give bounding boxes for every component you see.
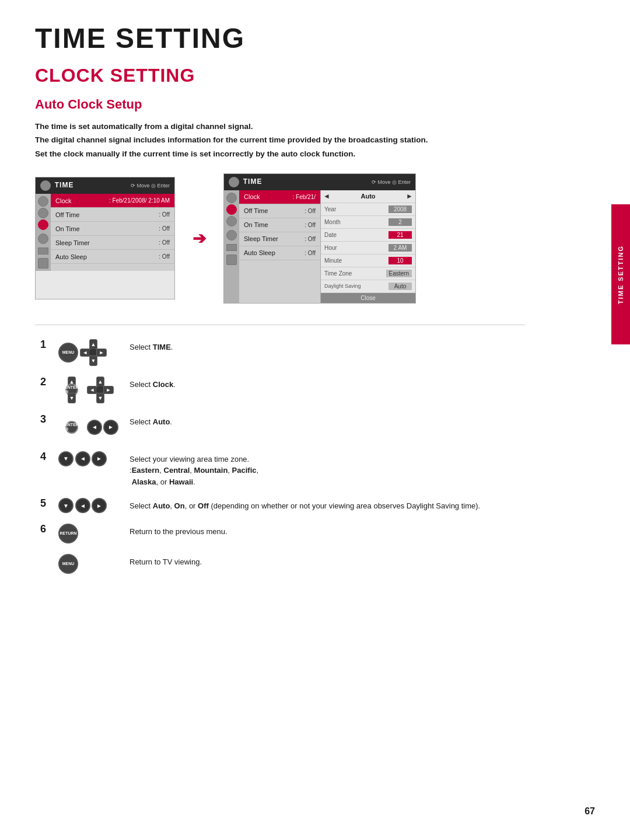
nav-left-btn-3[interactable]: ◄ [87, 420, 102, 435]
nav-cross-1[interactable]: ▲ ◄ ► ▼ [80, 339, 107, 366]
icon2-person [226, 255, 237, 265]
panel-row2-sleeptimer: Sleep Timer : Off [239, 232, 320, 246]
panel-right-left: Clock : Feb/21/ Off Time : Off On Time :… [224, 190, 320, 303]
nav-right-2[interactable]: ► [103, 386, 114, 394]
nav-down-btn-5[interactable]: ▼ [58, 498, 74, 513]
step-7-text: Return to TV viewing. [130, 554, 525, 568]
panel-right-icons [224, 190, 239, 303]
ext-field-date: Date 21 [321, 229, 415, 242]
panel-right-extension: ◄ Auto ► Year 2008 Month 2 Date [320, 190, 415, 303]
step-5-number: 5 [40, 498, 46, 508]
panel-left-nav-hint: ⟳ Move ◎ Enter [131, 183, 170, 189]
nav-right-arrow[interactable]: ► [406, 192, 413, 200]
ext-label-year: Year [324, 206, 336, 212]
panel-row-ontime: On Time : Off [51, 222, 174, 236]
step-2-buttons: ▲ ENTER ◎ ▼ ▲ ◄ ► ▼ [58, 377, 123, 403]
step-3-lr-buttons: ◄ ► [87, 420, 118, 435]
description-block: The time is set automatically from a dig… [35, 120, 525, 161]
ext-field-daylight: Daylight Saving Auto [321, 280, 415, 293]
row-label-autosleep: Auto Sleep [55, 253, 159, 260]
row-value-autosleep: : Off [159, 253, 170, 260]
enter-cross-3[interactable]: ENTER ◎ [58, 414, 85, 441]
description-line-3: Set the clock manually if the current ti… [35, 148, 525, 161]
ext-value-minute: 10 [388, 257, 412, 264]
panel-left: TIME ⟳ Move ◎ Enter Clock : Feb/21/2008/ [35, 177, 175, 299]
panel-row-sleeptimer: Sleep Timer : Off [51, 236, 174, 250]
row2-value-clock: : Feb/21/ [293, 194, 316, 200]
ec-center-3[interactable]: ENTER ◎ [65, 421, 78, 434]
panel-row-offtime: Off Time : Off [51, 208, 174, 222]
row-value-ontime: : Off [159, 225, 170, 232]
panel-left-body: Clock : Feb/21/2008/ 2:10 AM Off Time : … [51, 194, 174, 271]
step-1-text: Select TIME. [130, 339, 525, 353]
nav-right-btn-5[interactable]: ► [92, 498, 107, 513]
row-label-clock: Clock [55, 197, 109, 204]
panel-row2-offtime: Off Time : Off [239, 204, 320, 218]
step-6-text: Return to the previous menu. [130, 524, 525, 538]
row-value-sleeptimer: : Off [159, 239, 170, 246]
step-2-number: 2 [40, 377, 46, 387]
close-button[interactable]: Close [321, 293, 415, 303]
page-number: 67 [584, 806, 595, 817]
ext-label-hour: Hour [324, 245, 337, 251]
nav-right-1[interactable]: ► [96, 348, 107, 357]
page-title: TIME SETTING [35, 23, 525, 54]
panel-left-header: TIME ⟳ Move ◎ Enter [36, 177, 174, 194]
step-4-text: Select your viewing area time zone. : Ea… [130, 451, 525, 488]
step-3-number-col: 3 [35, 414, 51, 426]
nav-right-btn-4[interactable]: ► [92, 451, 107, 466]
ext-label-timezone: Time Zone [324, 270, 352, 277]
step-4-number: 4 [40, 451, 46, 462]
step-3-bold: Auto [153, 417, 170, 426]
auto-nav-row[interactable]: ◄ Auto ► [321, 190, 415, 203]
nav-right-btn-3[interactable]: ► [103, 420, 118, 435]
step-5-ud-buttons: ▼ [58, 498, 74, 513]
step-2: 2 ▲ ENTER ◎ ▼ ▲ ◄ ► ▼ Select Clock. [35, 377, 525, 403]
nav-left-btn-5[interactable]: ◄ [75, 498, 90, 513]
step-4-line1: Select your viewing area time zone. [130, 454, 525, 465]
panel-left-icons [36, 194, 51, 271]
ext-field-timezone: Time Zone Eastern [321, 267, 415, 280]
step-4-lr-buttons: ◄ ► [75, 451, 107, 466]
row-label-offtime: Off Time [55, 211, 159, 218]
step-3-number: 3 [40, 414, 46, 424]
step-5: 5 ▼ ◄ ► Select Auto, On, or Off (dependi… [35, 498, 525, 513]
row-value-offtime: : Off [159, 211, 170, 218]
step-5-text: Select Auto, On, or Off (depending on wh… [130, 498, 525, 512]
panel-right-header: TIME ⟳ Move ◎ Enter [224, 174, 415, 190]
step-4-number-col: 4 [35, 451, 51, 463]
nav-down-btn-4[interactable]: ▼ [58, 451, 74, 466]
menu-button-7[interactable]: MENU [58, 554, 78, 574]
step-1: 1 MENU ▲ ◄ ► ▼ Select TIME. [35, 339, 525, 366]
ec-down-2[interactable]: ▼ [68, 393, 76, 403]
panel-row2-autosleep: Auto Sleep : Off [239, 246, 320, 260]
sidebar-label: TIME SETTING [617, 245, 624, 304]
icon2-clock [226, 204, 237, 215]
ext-value-month: 2 [388, 218, 412, 226]
step-3-text-before: Select [130, 417, 153, 426]
step-4-buttons: ▼ ◄ ► [58, 451, 123, 466]
panel-right-icon [229, 177, 239, 187]
icon-settings [38, 219, 48, 230]
enter-cross-2[interactable]: ▲ ENTER ◎ ▼ [58, 377, 85, 403]
row2-value-sleeptimer: : Off [304, 236, 316, 242]
icon-img [38, 248, 48, 255]
step-2-number-col: 2 [35, 377, 51, 388]
nav-down-2[interactable]: ▼ [96, 393, 104, 403]
nav-left-arrow[interactable]: ◄ [323, 192, 330, 200]
step-4-options: Eastern, Central, Mountain, Pacific,Alas… [132, 465, 259, 487]
right-sidebar: TIME SETTING [611, 204, 630, 344]
step-4-options-row: : Eastern, Central, Mountain, Pacific,Al… [130, 465, 525, 487]
ext-label-daylight: Daylight Saving [324, 283, 361, 289]
ext-label-date: Date [324, 232, 337, 238]
panel-right-body: Clock : Feb/21/ Off Time : Off On Time :… [224, 190, 415, 303]
step-6: 6 RETURN Return to the previous menu. [35, 524, 525, 543]
nav-down-1[interactable]: ▼ [89, 355, 97, 366]
step-2-text-before: Select [130, 380, 153, 389]
menu-button-1[interactable]: MENU [58, 343, 78, 363]
step-3: 3 ENTER ◎ ◄ ► Select Auto. [35, 414, 525, 441]
nav-left-btn-4[interactable]: ◄ [75, 451, 90, 466]
return-button-6[interactable]: RETURN [58, 524, 78, 543]
step-5-buttons: ▼ ◄ ► [58, 498, 123, 513]
nav-cross-2[interactable]: ▲ ◄ ► ▼ [87, 377, 114, 403]
